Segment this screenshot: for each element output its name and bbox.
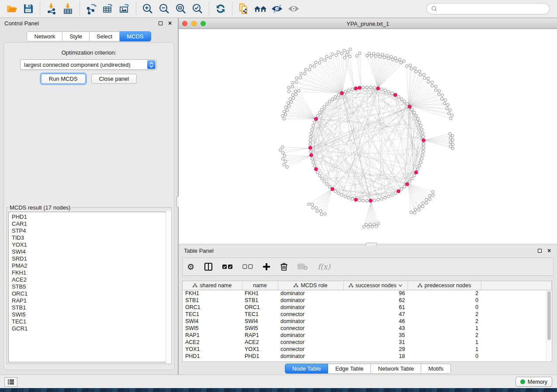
table-settings-icon[interactable]: ⚙ bbox=[187, 263, 194, 271]
float-panel-icon[interactable] bbox=[157, 20, 164, 27]
close-panel-icon[interactable]: × bbox=[546, 247, 553, 254]
column-header-successor-nodes[interactable]: successor nodes bbox=[343, 281, 408, 290]
node-table[interactable]: shared namenameMCDS rolesuccessor nodesp… bbox=[183, 281, 552, 360]
column-header-predecessor-nodes[interactable]: predecessor nodes bbox=[408, 281, 481, 290]
close-panel-icon[interactable]: × bbox=[166, 20, 173, 27]
memory-button[interactable]: Memory bbox=[515, 377, 552, 387]
table-row[interactable]: FKH1FKH1dominator962 bbox=[183, 290, 552, 297]
mcds-result-item[interactable]: ORC1 bbox=[12, 290, 170, 297]
refresh-view-icon[interactable] bbox=[213, 2, 228, 16]
column-header-shared-name[interactable]: shared name bbox=[183, 281, 242, 290]
table-row[interactable]: TEC1TEC1connector472 bbox=[183, 311, 552, 318]
table-row[interactable]: ORC1ORC1dominator610 bbox=[183, 304, 552, 311]
float-panel-icon[interactable] bbox=[536, 247, 543, 254]
mcds-result-item[interactable]: SWI4 bbox=[12, 248, 170, 255]
mcds-result-item[interactable]: SRD1 bbox=[12, 255, 170, 262]
table-row[interactable]: STB1STB1dominator620 bbox=[183, 297, 552, 304]
minimize-window-icon[interactable] bbox=[191, 21, 197, 26]
save-session-icon[interactable] bbox=[21, 2, 36, 16]
mcds-result-item[interactable]: GCR1 bbox=[12, 325, 170, 332]
cell-predecessor-nodes: 2 bbox=[408, 318, 481, 325]
cell-predecessor-nodes: 1 bbox=[408, 339, 481, 346]
mcds-result-item[interactable]: SWI5 bbox=[12, 311, 170, 318]
mcds-result-item[interactable]: TEC1 bbox=[12, 318, 170, 325]
mcds-result-item[interactable]: RAP1 bbox=[12, 297, 170, 304]
network-view-panel: YPA_prune.txt_1 bbox=[179, 18, 557, 244]
export-image-icon[interactable] bbox=[117, 2, 132, 16]
network-graph[interactable] bbox=[179, 29, 557, 244]
result-list-scrollbar[interactable] bbox=[166, 211, 171, 364]
mcds-result-item[interactable]: STB1 bbox=[12, 304, 170, 311]
open-session-icon[interactable] bbox=[4, 2, 19, 16]
import-table-icon[interactable] bbox=[61, 2, 76, 16]
tab-network-table[interactable]: Network Table bbox=[371, 364, 421, 374]
create-column-icon[interactable] bbox=[263, 263, 270, 271]
tab-edge-table[interactable]: Edge Table bbox=[328, 364, 371, 374]
cell-predecessor-nodes: 2 bbox=[408, 311, 481, 318]
hide-selected-icon[interactable] bbox=[270, 2, 284, 16]
list-icon bbox=[7, 379, 14, 385]
zoom-in-icon[interactable] bbox=[140, 2, 155, 16]
tab-motifs[interactable]: Motifs bbox=[421, 364, 451, 374]
search-input[interactable] bbox=[437, 5, 545, 13]
cell-MCDS-role: connector bbox=[278, 346, 343, 353]
cell-MCDS-role: dominator bbox=[278, 290, 343, 297]
mcds-result-item[interactable]: STB5 bbox=[12, 283, 170, 290]
table-row[interactable]: YOX1YOX1connector291 bbox=[183, 346, 552, 353]
tab-mcds[interactable]: MCDS bbox=[120, 31, 151, 41]
mcds-result-item[interactable]: ACE2 bbox=[12, 276, 170, 283]
network-canvas[interactable] bbox=[179, 29, 557, 244]
run-mcds-button[interactable]: Run MCDS bbox=[41, 74, 86, 84]
tab-node-table[interactable]: Node Table bbox=[285, 364, 329, 374]
table-row[interactable]: PHD1PHD1dominator180 bbox=[183, 353, 552, 360]
cell-successor-nodes: 18 bbox=[343, 353, 408, 360]
zoom-selected-icon[interactable] bbox=[190, 2, 205, 16]
mcds-result-item[interactable]: PHD1 bbox=[12, 213, 170, 220]
maximize-window-icon[interactable] bbox=[201, 21, 206, 26]
memory-label: Memory bbox=[528, 379, 547, 385]
tab-network[interactable]: Network bbox=[27, 31, 62, 41]
close-panel-button[interactable]: Close panel bbox=[91, 74, 137, 84]
show-all-icon[interactable] bbox=[286, 2, 301, 16]
import-network-icon[interactable] bbox=[44, 2, 59, 16]
cell-MCDS-role: dominator bbox=[278, 332, 343, 339]
scrollbar-thumb[interactable] bbox=[547, 291, 551, 340]
delete-column-icon[interactable] bbox=[280, 262, 288, 271]
mcds-result-list[interactable]: PHD1CAR1STP4TID3YOX1SWI4SRD1PMA2FKH1ACE2… bbox=[8, 212, 170, 362]
export-table-icon[interactable] bbox=[100, 2, 115, 16]
toolbar-separator bbox=[40, 2, 40, 15]
toolbar-separator bbox=[80, 2, 80, 15]
network-overview-icon[interactable] bbox=[253, 2, 268, 16]
tab-style[interactable]: Style bbox=[62, 31, 90, 41]
task-history-button[interactable] bbox=[4, 377, 17, 387]
select-all-columns-icon[interactable] bbox=[222, 264, 233, 269]
close-window-icon[interactable] bbox=[182, 21, 187, 26]
table-toolbar: ⚙ f(x) bbox=[182, 258, 554, 276]
network-view-titlebar[interactable]: YPA_prune.txt_1 bbox=[179, 19, 557, 29]
table-scrollbar[interactable] bbox=[546, 290, 551, 361]
duplicate-network-icon[interactable] bbox=[236, 2, 251, 16]
zoom-fit-icon[interactable] bbox=[173, 2, 188, 16]
table-row[interactable]: RAP1RAP1dominator352 bbox=[183, 332, 552, 339]
export-network-icon[interactable] bbox=[84, 2, 99, 16]
mcds-result-item[interactable]: TID3 bbox=[12, 234, 170, 241]
criterion-select[interactable]: largest connected component (undirected) bbox=[20, 59, 157, 70]
mcds-result-item[interactable]: CAR1 bbox=[12, 220, 170, 227]
function-builder-icon[interactable]: f(x) bbox=[318, 262, 330, 271]
zoom-out-icon[interactable] bbox=[157, 2, 172, 16]
column-header-MCDS-role[interactable]: MCDS role bbox=[278, 281, 343, 290]
mcds-result-item[interactable]: FKH1 bbox=[12, 269, 170, 276]
deselect-all-columns-icon[interactable] bbox=[242, 264, 253, 269]
column-layout-icon[interactable] bbox=[204, 262, 213, 271]
mcds-result-item[interactable]: STP4 bbox=[12, 227, 170, 234]
mcds-result-item[interactable]: PMA2 bbox=[12, 262, 170, 269]
table-row[interactable]: SWI4SWI4dominator462 bbox=[183, 318, 552, 325]
search-box[interactable] bbox=[426, 3, 550, 14]
mcds-result-item[interactable]: YOX1 bbox=[12, 241, 170, 248]
tab-select[interactable]: Select bbox=[90, 31, 120, 41]
criterion-selected-value: largest connected component (undirected) bbox=[21, 62, 147, 68]
delete-table-icon[interactable] bbox=[298, 263, 308, 270]
column-header-name[interactable]: name bbox=[242, 281, 278, 290]
table-row[interactable]: SWI5SWI5connector431 bbox=[183, 325, 552, 332]
table-row[interactable]: ACE2ACE2connector311 bbox=[183, 339, 552, 346]
